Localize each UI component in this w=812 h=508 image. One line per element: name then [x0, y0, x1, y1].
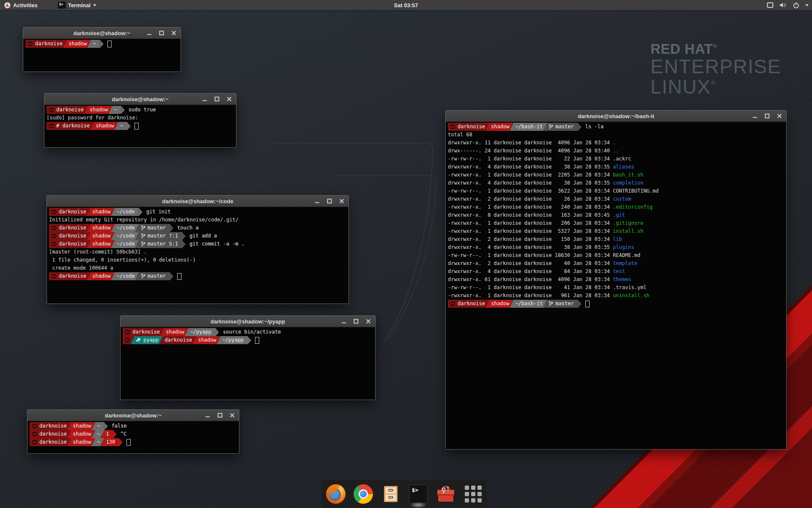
- system-status-area[interactable]: [767, 0, 809, 10]
- window-titlebar[interactable]: darknoise@shadow:~: [27, 410, 239, 421]
- maximize-button[interactable]: [217, 412, 223, 418]
- terminal-line: darknoiseshadow~/codegit init: [49, 208, 346, 216]
- ls-row-details: drwxrwxr-x. 2 darknoise darknoise 40 Jan…: [448, 260, 613, 268]
- prompt-segment-text: ~/code: [116, 272, 134, 280]
- prompt-segment-text: shadow: [73, 422, 91, 430]
- maximize-button[interactable]: [326, 198, 332, 204]
- ls-row-details: drwxrwxr-x. 4 darknoise darknoise 38 Jan…: [448, 179, 613, 187]
- ls-row-filename: .git: [613, 211, 625, 219]
- ls-row-details: -rwxrwxr-x. 1 darknoise darknoise 240 Ja…: [448, 203, 613, 211]
- redhat-icon: [49, 107, 54, 113]
- files-icon[interactable]: [381, 484, 401, 504]
- window-titlebar[interactable]: darknoise@shadow:~/bash-it: [446, 110, 786, 122]
- prompt-arrow-icon: [182, 240, 186, 248]
- prompt-segment-text: shadow: [92, 224, 110, 232]
- prompt-segment-text: shadow: [73, 430, 91, 438]
- prompt-arrow-icon: [182, 232, 186, 240]
- maximize-button[interactable]: [764, 113, 770, 119]
- prompt-segment-text: darknoise: [59, 272, 86, 280]
- terminal-line: drwx------. 24 darknoise darknoise 4096 …: [448, 147, 784, 155]
- terminal-content[interactable]: darknoiseshadow~/codegit initInitialized…: [47, 207, 348, 281]
- ls-row-filename: .editorconfig: [613, 203, 653, 211]
- prompt-segment-text: ~/code: [116, 232, 134, 240]
- terminal-line: drwxrwxr-x. 4 darknoise darknoise 38 Jan…: [448, 243, 784, 251]
- watermark-brand: RED HAT®: [650, 41, 781, 57]
- minimize-button[interactable]: [314, 198, 320, 204]
- maximize-button[interactable]: [353, 318, 359, 324]
- prompt-segment-text: master: [148, 272, 166, 280]
- minimize-button[interactable]: [202, 96, 208, 102]
- toolbox-icon[interactable]: [436, 484, 456, 504]
- terminal-content[interactable]: darknoiseshadow~: [23, 39, 181, 49]
- ls-row-filename: install.sh: [613, 227, 643, 235]
- firefox-icon[interactable]: [326, 484, 346, 504]
- app-menu-button[interactable]: $> Terminal: [54, 0, 101, 10]
- terminal-line: drwxrwxr-x. 4 darknoise darknoise 38 Jan…: [448, 163, 784, 171]
- close-button[interactable]: [229, 412, 235, 418]
- branch-icon: [549, 124, 553, 130]
- prompt-segment-path: ~/bash-it: [510, 123, 547, 131]
- minimize-icon: [147, 30, 152, 36]
- prompt-segment-text: ~/bash-it: [515, 300, 543, 308]
- minimize-button[interactable]: [341, 318, 347, 324]
- prompt-segment-text: ~/code: [116, 240, 134, 248]
- terminal-app-icon: $>: [58, 2, 66, 8]
- window-titlebar[interactable]: darknoise@shadow:~/pyapp: [121, 316, 375, 327]
- ls-row-details: -rw-rw-r--. 1 darknoise darknoise 22 Jan…: [448, 155, 613, 163]
- maximize-button[interactable]: [159, 30, 165, 36]
- prompt-segment-host: shadow: [192, 336, 220, 344]
- redhat-icon: [27, 41, 33, 47]
- ls-row-details: -rwxrwxr-x. 1 darknoise darknoise 206 Ja…: [448, 219, 613, 227]
- prompt-segment-user: # darknoise: [47, 122, 94, 130]
- window-titlebar[interactable]: darknoise@shadow:~: [44, 94, 236, 105]
- ls-row-details: drwx------. 24 darknoise darknoise 4096 …: [448, 147, 613, 155]
- prompt-segment-host: shadow: [63, 40, 91, 48]
- prompt-segment-text: shadow: [491, 123, 509, 131]
- app-grid-icon[interactable]: [463, 484, 483, 504]
- terminal-dock-icon[interactable]: $>: [408, 484, 428, 504]
- terminal-line: -rwxrwxr-x. 1 darknoise darknoise 240 Ja…: [448, 203, 784, 211]
- ls-row-details: -rwxrwxr-x. 1 darknoise darknoise 2205 J…: [448, 171, 613, 179]
- minimize-button[interactable]: [205, 412, 211, 418]
- clock: Sat 03:57: [0, 2, 812, 8]
- close-icon: [777, 113, 782, 119]
- ls-row-filename: bash_it.sh: [613, 171, 643, 179]
- prompt-segment-path: ~/code: [111, 272, 139, 280]
- prompt-segment-user: darknoise: [30, 430, 71, 438]
- minimize-button[interactable]: [146, 30, 152, 36]
- close-button[interactable]: [226, 96, 232, 102]
- window-titlebar[interactable]: darknoise@shadow:~: [23, 28, 181, 39]
- window-titlebar[interactable]: darknoise@shadow:~/code: [47, 196, 348, 207]
- prompt-segment-text: shadow: [92, 240, 110, 248]
- redhat-icon: [32, 423, 37, 429]
- terminal-content[interactable]: darknoiseshadow~falsedarknoiseshadow~1^C…: [27, 421, 239, 447]
- close-button[interactable]: [339, 198, 345, 204]
- branch-icon: [141, 273, 145, 279]
- terminal-content[interactable]: darknoiseshadow~/bash-itmasterls -latota…: [446, 122, 786, 309]
- activities-button[interactable]: Activities: [0, 0, 42, 10]
- maximize-button[interactable]: [214, 96, 220, 102]
- terminal-cursor: [126, 439, 131, 446]
- terminal-command-text: ^C: [121, 430, 126, 438]
- terminal-line: [master (root-commit) 50bcb63] .: [49, 248, 346, 256]
- clock-label[interactable]: Sat 03:57: [394, 2, 418, 8]
- minimize-button[interactable]: [752, 113, 758, 119]
- prompt-segment-text: darknoise: [458, 300, 485, 308]
- prompt-segment-user: darknoise: [49, 232, 91, 240]
- terminal-content[interactable]: darknoiseshadow~/pyappsource bin/activat…: [121, 327, 375, 345]
- close-button[interactable]: [365, 318, 371, 324]
- redhat-icon: [450, 301, 455, 306]
- close-button[interactable]: [776, 113, 782, 119]
- chrome-icon[interactable]: [353, 484, 373, 504]
- terminal-content[interactable]: darknoiseshadow~sudo true[sudo] password…: [44, 105, 236, 131]
- prompt-segment-text: master: [555, 300, 573, 308]
- prompt-segment-venv: pyapp: [131, 336, 163, 344]
- prompt-segment-text: ~/code: [116, 224, 134, 232]
- close-button[interactable]: [171, 30, 177, 36]
- prompt-segment-text: master: [555, 123, 573, 131]
- terminal-line: darknoiseshadow~/codemaster S:1git commi…: [49, 240, 346, 248]
- prompt-segment-text: 1: [106, 430, 109, 438]
- prompt-arrow-icon: [113, 431, 117, 438]
- terminal-line: drwxrwxr-x. 4 darknoise darknoise 84 Jan…: [448, 268, 784, 276]
- ls-row-filename: CONTRIBUTING.md: [613, 187, 658, 195]
